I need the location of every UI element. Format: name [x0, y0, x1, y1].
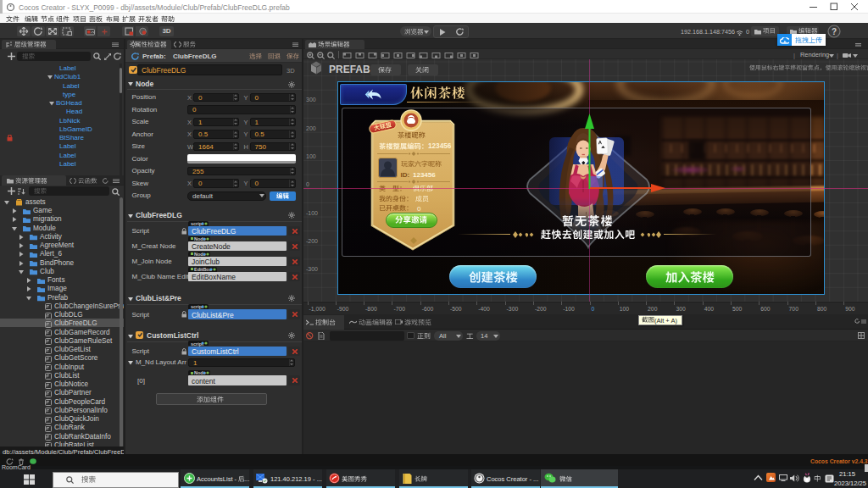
svg-text:?: ? — [832, 27, 837, 36]
